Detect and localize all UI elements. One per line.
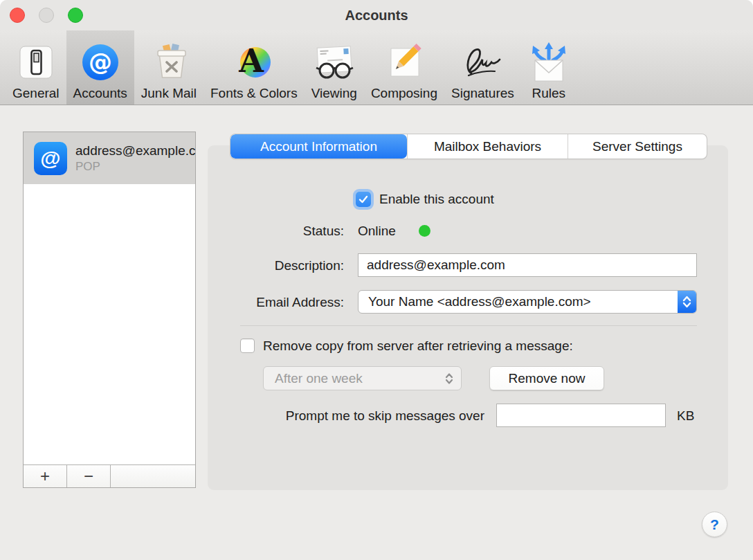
account-list-controls: + − (24, 464, 195, 487)
toolbar-item-accounts[interactable]: @ Accounts (66, 30, 134, 105)
section-divider (240, 325, 697, 326)
status-label: Status: (208, 224, 344, 239)
account-list: @ address@example.com POP + − (23, 132, 196, 488)
pencil-paper-icon (385, 41, 424, 84)
toolbar-label: Viewing (311, 85, 357, 101)
at-badge-icon: @ (34, 142, 67, 175)
zoom-button[interactable] (68, 8, 83, 23)
prompt-skip-label: Prompt me to skip messages over (208, 408, 484, 424)
title-bar: Accounts (0, 0, 753, 30)
toolbar-label: Accounts (73, 85, 127, 101)
svg-text:A: A (238, 43, 264, 80)
minimize-button[interactable] (39, 8, 54, 23)
close-button[interactable] (10, 8, 25, 23)
toolbar-label: General (12, 85, 60, 101)
tab-server-settings[interactable]: Server Settings (568, 134, 707, 159)
remove-copy-checkbox[interactable] (240, 338, 255, 353)
chevron-up-down-icon (678, 291, 696, 313)
description-label: Description: (208, 258, 344, 273)
list-controls-filler (111, 465, 195, 487)
tab-account-information[interactable]: Account Information (230, 134, 407, 159)
enable-account-label: Enable this account (379, 192, 494, 207)
account-text: address@example.com POP (75, 143, 195, 174)
letter-rainbow-icon: A (235, 41, 273, 84)
chevron-up-down-icon (444, 372, 461, 386)
signature-icon (460, 41, 505, 84)
account-list-item[interactable]: @ address@example.com POP (24, 132, 195, 184)
toolbar-label: Junk Mail (141, 85, 197, 101)
account-tabs: Account Information Mailbox Behaviors Se… (230, 134, 707, 159)
help-button[interactable]: ? (702, 512, 727, 537)
glasses-letter-icon (312, 41, 356, 84)
prompt-skip-input[interactable] (496, 404, 666, 427)
email-address-value: Your Name <address@example.com> (359, 294, 678, 309)
account-title: address@example.com (75, 143, 195, 159)
email-address-select[interactable]: Your Name <address@example.com> (358, 290, 697, 314)
description-input[interactable] (358, 253, 697, 277)
toolbar-item-junk-mail[interactable]: Junk Mail (134, 30, 203, 105)
window-title: Accounts (0, 0, 753, 30)
status-online-dot (419, 225, 430, 237)
account-protocol: POP (75, 160, 195, 174)
remove-schedule-popup[interactable]: After one week (263, 366, 462, 390)
add-account-button[interactable]: + (24, 465, 67, 487)
question-mark-icon: ? (710, 516, 719, 533)
email-address-label: Email Address: (208, 295, 344, 310)
toolbar-item-composing[interactable]: Composing (364, 30, 444, 105)
enable-account-checkbox[interactable] (356, 192, 371, 207)
toolbar-item-signatures[interactable]: Signatures (444, 30, 521, 105)
toolbar-item-general[interactable]: General (6, 30, 66, 105)
checkmark-icon (358, 194, 369, 205)
toolbar-item-viewing[interactable]: Viewing (305, 30, 364, 105)
toolbar-item-fonts-colors[interactable]: A Fonts & Colors (203, 30, 305, 105)
account-information-panel: Enable this account Status: Online Descr… (208, 145, 728, 490)
remove-copy-label: Remove copy from server after retrieving… (263, 338, 573, 353)
junk-basket-icon (149, 41, 188, 84)
tab-mailbox-behaviors[interactable]: Mailbox Behaviors (407, 134, 568, 159)
remove-account-button[interactable]: − (67, 465, 111, 487)
toolbar-item-rules[interactable]: Rules (521, 30, 577, 105)
toolbar-label: Rules (532, 85, 566, 101)
toolbar-label: Signatures (451, 85, 514, 101)
preferences-window: Accounts General (0, 0, 753, 560)
svg-text:@: @ (89, 48, 112, 75)
status-value: Online (358, 224, 396, 239)
remove-now-button[interactable]: Remove now (489, 366, 604, 390)
toolbar-label: Composing (371, 85, 437, 101)
switch-icon (18, 41, 54, 84)
preferences-toolbar: General @ Accounts (0, 30, 753, 105)
remove-schedule-value: After one week (264, 371, 444, 386)
kb-unit-label: KB (677, 408, 694, 424)
envelope-arrows-icon (528, 41, 570, 84)
traffic-lights (10, 8, 83, 23)
at-circle-icon: @ (81, 41, 120, 84)
toolbar-label: Fonts & Colors (210, 85, 298, 101)
